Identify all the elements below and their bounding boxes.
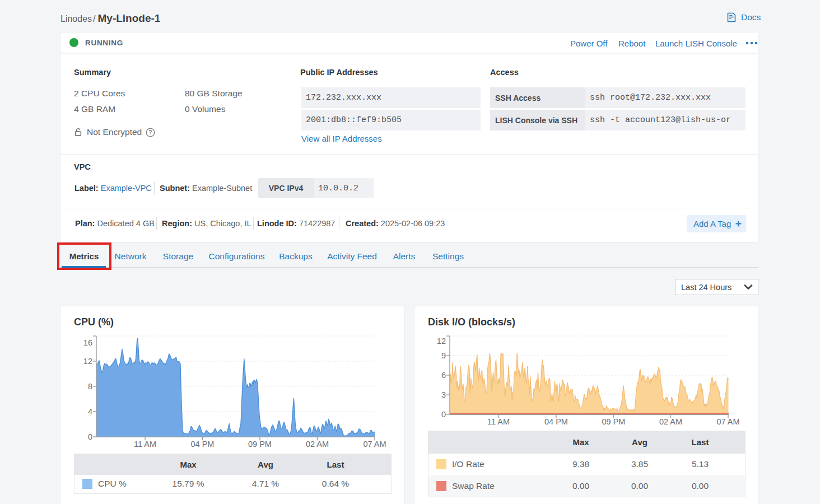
svg-text:?: ? (148, 129, 152, 136)
svg-text:09 PM: 09 PM (602, 417, 626, 426)
svg-text:0: 0 (441, 410, 446, 419)
svg-text:0: 0 (88, 432, 92, 441)
svg-text:07 AM: 07 AM (716, 417, 739, 426)
svg-text:6: 6 (441, 371, 446, 380)
svg-text:12: 12 (83, 357, 92, 366)
svg-text:16: 16 (83, 338, 92, 347)
svg-text:9: 9 (441, 351, 446, 360)
svg-text:02 AM: 02 AM (659, 417, 682, 426)
svg-text:02 AM: 02 AM (306, 440, 329, 449)
svg-text:09 PM: 09 PM (248, 440, 272, 449)
svg-text:3: 3 (441, 390, 446, 399)
svg-text:11 AM: 11 AM (487, 417, 510, 426)
svg-text:07 AM: 07 AM (363, 440, 386, 449)
svg-text:11 AM: 11 AM (134, 440, 156, 449)
svg-text:8: 8 (88, 382, 92, 391)
svg-text:4: 4 (88, 407, 92, 416)
svg-text:12: 12 (437, 337, 446, 346)
svg-text:04 PM: 04 PM (544, 417, 568, 426)
svg-text:04 PM: 04 PM (191, 440, 215, 449)
